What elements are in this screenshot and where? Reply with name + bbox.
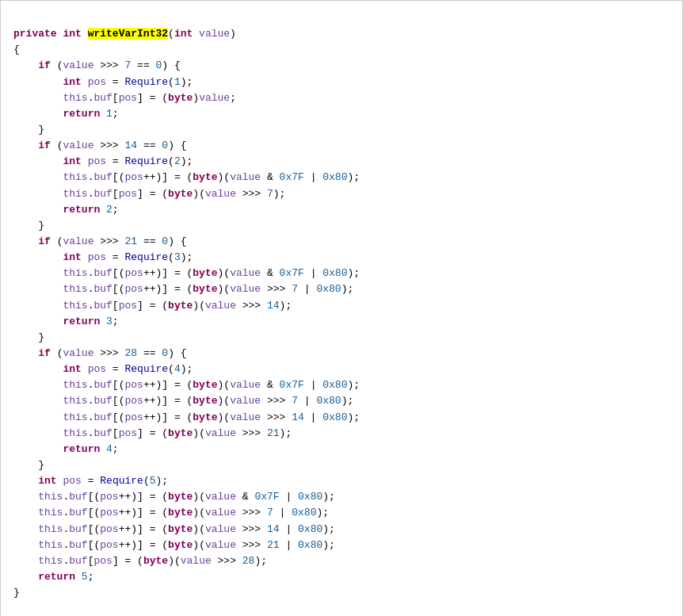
code-block: private int writeVarInt32(int value) { i… [13,10,670,616]
code-container: private int writeVarInt32(int value) { i… [0,0,683,616]
